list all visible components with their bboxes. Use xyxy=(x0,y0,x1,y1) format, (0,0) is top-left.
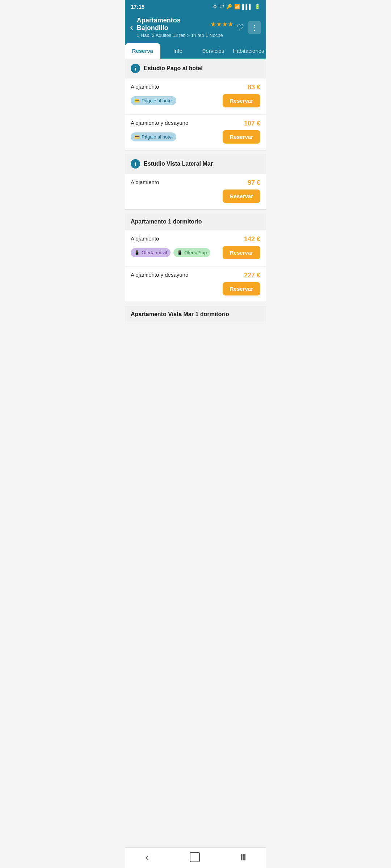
tab-servicios[interactable]: Servicios xyxy=(196,43,231,59)
tag-pagale-hotel: 💳 Págale al hotel xyxy=(131,132,176,141)
signal-icon: ▌▌▌ xyxy=(242,4,252,9)
shield-icon: 🛡 xyxy=(219,4,224,9)
rate-name: Alojamiento y desayuno xyxy=(131,120,188,126)
credit-card-icon: 💳 xyxy=(134,135,140,140)
header-title-row: Apartamentos Bajondillo ★★★★ xyxy=(137,17,234,32)
room-title: Estudio Pago al hotel xyxy=(144,65,203,72)
rate-row: Alojamiento 97 € Reservar xyxy=(125,174,266,209)
tab-reserva[interactable]: Reserva xyxy=(125,43,160,59)
room-apartamento-vista-mar-1-dormitorio: Apartamento Vista Mar 1 dormitorio xyxy=(125,306,266,323)
rate-tags-reserve: 💳 Págale al hotel Reservar xyxy=(131,130,260,148)
rate-name-price: Alojamiento y desayuno 107 € xyxy=(131,120,260,127)
favorite-button[interactable]: ♡ xyxy=(236,22,244,33)
content: i Estudio Pago al hotel Alojamiento 83 €… xyxy=(125,59,266,352)
header: ‹ Apartamentos Bajondillo ★★★★ 1 Hab. 2 … xyxy=(125,13,266,43)
room-header: Apartamento 1 dormitorio xyxy=(125,213,266,230)
hotel-stars: ★★★★ xyxy=(210,20,234,28)
nav-spacer xyxy=(125,327,266,352)
booking-details: 1 Hab. 2 Adultos 13 feb > 14 feb 1 Noche xyxy=(137,33,234,38)
status-icons: ⚙ 🛡 🔑 📶 ▌▌▌ 🔋 xyxy=(213,4,260,9)
tab-info[interactable]: Info xyxy=(160,43,196,59)
room-apartamento-1-dormitorio: Apartamento 1 dormitorio Alojamiento 142… xyxy=(125,213,266,302)
rate-name: Alojamiento xyxy=(131,235,159,242)
room-title: Apartamento 1 dormitorio xyxy=(131,218,202,225)
settings-icon: ⚙ xyxy=(213,4,217,9)
rate-row: Alojamiento y desayuno 107 € 💳 Págale al… xyxy=(125,114,266,150)
header-actions: ♡ ⋮ xyxy=(236,21,261,34)
rate-price: 83 € xyxy=(248,84,260,91)
room-header: i Estudio Vista Lateral Mar xyxy=(125,154,266,174)
rate-price: 97 € xyxy=(248,179,260,187)
app-icon: 📱 xyxy=(177,250,182,255)
rate-tags-reserve: Reservar xyxy=(131,282,260,300)
rate-tags: 💳 Págale al hotel xyxy=(131,132,176,141)
tabs: Reserva Info Servicios Habitaciones xyxy=(125,43,266,59)
room-estudio-pago-hotel: i Estudio Pago al hotel Alojamiento 83 €… xyxy=(125,59,266,150)
credit-card-icon: 💳 xyxy=(134,98,140,103)
rate-price: 142 € xyxy=(244,235,260,243)
tab-habitaciones[interactable]: Habitaciones xyxy=(231,43,266,59)
room-header: Apartamento Vista Mar 1 dormitorio xyxy=(125,306,266,323)
rate-name-price: Alojamiento 142 € xyxy=(131,235,260,243)
rate-row: Alojamiento 142 € 📱 Oferta móvil 📱 Ofert… xyxy=(125,230,266,266)
more-options-button[interactable]: ⋮ xyxy=(248,21,261,34)
room-estudio-vista-lateral-mar: i Estudio Vista Lateral Mar Alojamiento … xyxy=(125,154,266,210)
reserve-button[interactable]: Reservar xyxy=(223,246,260,259)
status-bar: 17:15 ⚙ 🛡 🔑 📶 ▌▌▌ 🔋 xyxy=(125,0,266,13)
rate-name-price: Alojamiento 97 € xyxy=(131,179,260,187)
mobile-icon: 📱 xyxy=(134,250,140,255)
header-info: Apartamentos Bajondillo ★★★★ 1 Hab. 2 Ad… xyxy=(137,17,234,38)
room-title: Estudio Vista Lateral Mar xyxy=(144,161,213,167)
info-icon: i xyxy=(131,159,140,169)
room-title: Apartamento Vista Mar 1 dormitorio xyxy=(131,311,229,318)
rate-tags: 📱 Oferta móvil 📱 Oferta App xyxy=(131,248,210,257)
hotel-name: Apartamentos Bajondillo xyxy=(137,17,207,32)
battery-icon: 🔋 xyxy=(255,4,260,9)
tag-oferta-movil: 📱 Oferta móvil xyxy=(131,248,171,257)
rate-price: 107 € xyxy=(244,120,260,127)
rate-row: Alojamiento 83 € 💳 Págale al hotel Reser… xyxy=(125,78,266,114)
key-icon: 🔑 xyxy=(226,4,232,9)
rate-price: 227 € xyxy=(244,272,260,279)
rate-name: Alojamiento xyxy=(131,84,159,90)
tag-oferta-app: 📱 Oferta App xyxy=(173,248,210,257)
tag-pagale-hotel: 💳 Págale al hotel xyxy=(131,96,176,105)
reserve-button[interactable]: Reservar xyxy=(223,94,260,107)
rate-name-price: Alojamiento y desayuno 227 € xyxy=(131,272,260,279)
reserve-button[interactable]: Reservar xyxy=(223,190,260,203)
rate-tags: 💳 Págale al hotel xyxy=(131,96,176,105)
rate-tags-reserve: 📱 Oferta móvil 📱 Oferta App Reservar xyxy=(131,246,260,264)
back-button[interactable]: ‹ xyxy=(130,22,133,33)
rate-tags-reserve: Reservar xyxy=(131,190,260,207)
info-icon: i xyxy=(131,64,140,73)
reserve-button[interactable]: Reservar xyxy=(223,130,260,144)
rate-name: Alojamiento y desayuno xyxy=(131,272,188,278)
room-header: i Estudio Pago al hotel xyxy=(125,59,266,78)
wifi-icon: 📶 xyxy=(234,4,240,9)
rate-row: Alojamiento y desayuno 227 € Reservar xyxy=(125,266,266,302)
rate-name-price: Alojamiento 83 € xyxy=(131,84,260,91)
status-time: 17:15 xyxy=(131,4,144,10)
reserve-button[interactable]: Reservar xyxy=(223,282,260,295)
rate-tags-reserve: 💳 Págale al hotel Reservar xyxy=(131,94,260,112)
rate-name: Alojamiento xyxy=(131,179,159,185)
